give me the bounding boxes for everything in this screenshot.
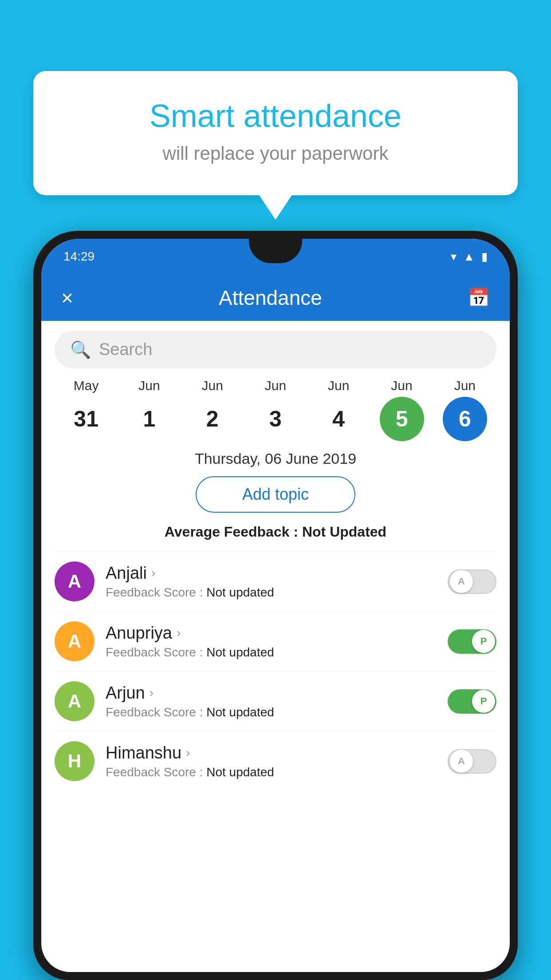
- toggle-knob: A: [450, 570, 473, 593]
- selected-date: Thursday, 06 June 2019: [41, 450, 510, 467]
- status-bar: 14:29 ▾ ▲ ▮: [41, 239, 510, 274]
- student-item[interactable]: HHimanshu ›Feedback Score : Not updatedA: [55, 731, 496, 791]
- day-label[interactable]: 6: [443, 397, 487, 441]
- date-col[interactable]: Jun4: [307, 378, 370, 441]
- date-picker: May31Jun1Jun2Jun3Jun4Jun5Jun6: [41, 378, 510, 441]
- chevron-right-icon: ›: [150, 686, 153, 700]
- day-label[interactable]: 4: [316, 397, 361, 441]
- student-name[interactable]: Arjun ›: [106, 684, 448, 703]
- avg-feedback-label: Average Feedback :: [165, 524, 302, 540]
- month-label: Jun: [265, 378, 286, 393]
- day-label[interactable]: 1: [127, 397, 171, 441]
- date-col[interactable]: Jun6: [434, 378, 496, 441]
- average-feedback: Average Feedback : Not Updated: [41, 524, 510, 540]
- student-feedback: Feedback Score : Not updated: [106, 765, 448, 779]
- feedback-value: Not updated: [206, 585, 274, 599]
- student-list: AAnjali ›Feedback Score : Not updatedAAA…: [41, 551, 510, 791]
- day-label[interactable]: 2: [190, 397, 235, 441]
- date-col[interactable]: May31: [55, 378, 117, 441]
- attendance-toggle[interactable]: A: [448, 749, 496, 774]
- student-item[interactable]: AAnupriya ›Feedback Score : Not updatedP: [55, 611, 496, 671]
- wifi-icon: ▾: [451, 250, 457, 264]
- day-row[interactable]: May31Jun1Jun2Jun3Jun4Jun5Jun6: [55, 378, 496, 441]
- battery-icon: ▮: [481, 250, 488, 264]
- date-col[interactable]: Jun5: [371, 378, 433, 441]
- student-name[interactable]: Himanshu ›: [106, 743, 448, 763]
- day-label[interactable]: 5: [380, 397, 424, 441]
- chevron-right-icon: ›: [177, 626, 181, 640]
- day-label[interactable]: 3: [253, 397, 298, 441]
- date-col[interactable]: Jun1: [118, 378, 180, 441]
- avg-feedback-value: Not Updated: [302, 524, 386, 540]
- month-label: Jun: [138, 378, 160, 393]
- month-label: May: [74, 378, 99, 393]
- status-time: 14:29: [63, 249, 94, 264]
- chevron-right-icon: ›: [151, 566, 155, 580]
- search-icon: 🔍: [70, 340, 91, 360]
- student-info: Anupriya ›Feedback Score : Not updated: [106, 624, 448, 660]
- student-info: Arjun ›Feedback Score : Not updated: [106, 684, 448, 719]
- month-label: Jun: [391, 378, 412, 393]
- speech-bubble-subtitle: will replace your paperwork: [69, 143, 482, 164]
- phone-notch: [249, 239, 302, 263]
- phone-frame: 14:29 ▾ ▲ ▮ × Attendance 📅 🔍 Search May3…: [33, 231, 518, 980]
- month-label: Jun: [202, 378, 223, 393]
- search-bar[interactable]: 🔍 Search: [55, 331, 496, 368]
- student-info: Anjali ›Feedback Score : Not updated: [106, 564, 448, 600]
- header-title: Attendance: [219, 286, 322, 310]
- month-label: Jun: [454, 378, 476, 393]
- student-avatar: A: [55, 621, 94, 661]
- speech-bubble-title: Smart attendance: [69, 98, 482, 134]
- feedback-value: Not updated: [206, 645, 274, 659]
- student-avatar: A: [55, 561, 94, 601]
- speech-bubble: Smart attendance will replace your paper…: [33, 71, 518, 195]
- toggle-knob: P: [472, 690, 495, 713]
- date-col[interactable]: Jun2: [181, 378, 244, 441]
- attendance-toggle[interactable]: A: [448, 569, 496, 594]
- feedback-value: Not updated: [206, 765, 274, 779]
- student-feedback: Feedback Score : Not updated: [106, 645, 448, 660]
- signal-icon: ▲: [463, 250, 475, 264]
- add-topic-button[interactable]: Add topic: [196, 476, 355, 513]
- student-item[interactable]: AArjun ›Feedback Score : Not updatedP: [55, 671, 496, 731]
- attendance-toggle[interactable]: P: [448, 629, 496, 654]
- phone-inner: 14:29 ▾ ▲ ▮ × Attendance 📅 🔍 Search May3…: [41, 239, 510, 972]
- student-feedback: Feedback Score : Not updated: [106, 585, 448, 600]
- chevron-right-icon: ›: [186, 746, 190, 760]
- app-header: × Attendance 📅: [41, 274, 510, 321]
- search-input[interactable]: Search: [99, 340, 152, 359]
- status-icons: ▾ ▲ ▮: [451, 250, 488, 264]
- calendar-icon[interactable]: 📅: [468, 287, 490, 308]
- student-info: Himanshu ›Feedback Score : Not updated: [106, 743, 448, 779]
- toggle-knob: A: [450, 750, 473, 773]
- date-col[interactable]: Jun3: [244, 378, 307, 441]
- attendance-toggle[interactable]: P: [448, 689, 496, 714]
- student-item[interactable]: AAnjali ›Feedback Score : Not updatedA: [55, 551, 496, 611]
- student-feedback: Feedback Score : Not updated: [106, 705, 448, 719]
- student-name[interactable]: Anjali ›: [106, 564, 448, 583]
- student-avatar: H: [55, 741, 94, 781]
- day-label[interactable]: 31: [64, 397, 108, 441]
- month-label: Jun: [328, 378, 349, 393]
- student-avatar: A: [55, 681, 94, 721]
- close-button[interactable]: ×: [61, 286, 73, 310]
- feedback-value: Not updated: [206, 705, 274, 719]
- toggle-knob: P: [472, 630, 495, 653]
- student-name[interactable]: Anupriya ›: [106, 624, 448, 643]
